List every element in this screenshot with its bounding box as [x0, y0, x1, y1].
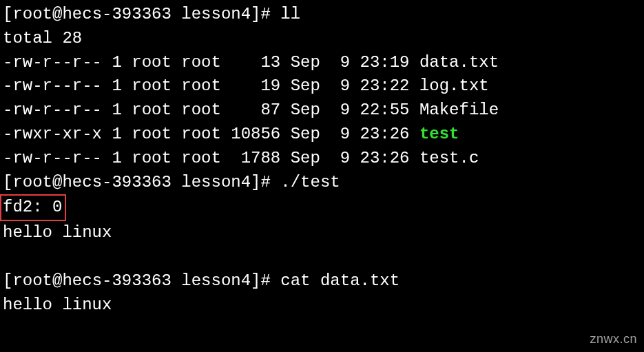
prompt-line-3[interactable]: [root@hecs-393363 lesson4]# cat data.txt: [3, 269, 641, 293]
blank-line: [3, 245, 641, 269]
file-name: data.txt: [419, 53, 499, 72]
total-line: total 28: [3, 27, 641, 51]
file-name: Makefile: [419, 101, 499, 119]
prompt-symbol: #: [261, 5, 271, 23]
file-row: -rw-r--r-- 1 root root 87 Sep 9 22:55 Ma…: [3, 99, 641, 123]
command-test: ./test: [280, 173, 340, 191]
file-name: test.c: [419, 149, 479, 167]
prompt-line-2[interactable]: [root@hecs-393363 lesson4]# ./test: [3, 171, 641, 195]
prompt-dir: lesson4: [181, 5, 251, 23]
command-cat: cat data.txt: [280, 271, 399, 290]
command-ll: ll: [280, 5, 300, 23]
prompt-line-1[interactable]: [root@hecs-393363 lesson4]# ll: [3, 3, 641, 27]
prompt-user: root: [12, 5, 52, 23]
fd-output-line: fd2: 0: [3, 194, 641, 221]
file-name: log.txt: [419, 76, 489, 95]
file-row: -rwxr-xr-x 1 root root 10856 Sep 9 23:26…: [3, 123, 641, 147]
hello-output-1: hello linux: [3, 221, 641, 245]
file-row: -rw-r--r-- 1 root root 19 Sep 9 23:22 lo…: [3, 74, 641, 99]
watermark: znwx.cn: [590, 330, 637, 348]
file-row: -rw-r--r-- 1 root root 13 Sep 9 23:19 da…: [3, 51, 641, 75]
hello-output-2: hello linux: [3, 293, 641, 318]
file-name-exec: test: [419, 125, 459, 143]
file-row: -rw-r--r-- 1 root root 1788 Sep 9 23:26 …: [3, 147, 641, 171]
prompt-host: hecs-393363: [62, 5, 171, 23]
fd-highlight-box: fd2: 0: [0, 194, 66, 221]
